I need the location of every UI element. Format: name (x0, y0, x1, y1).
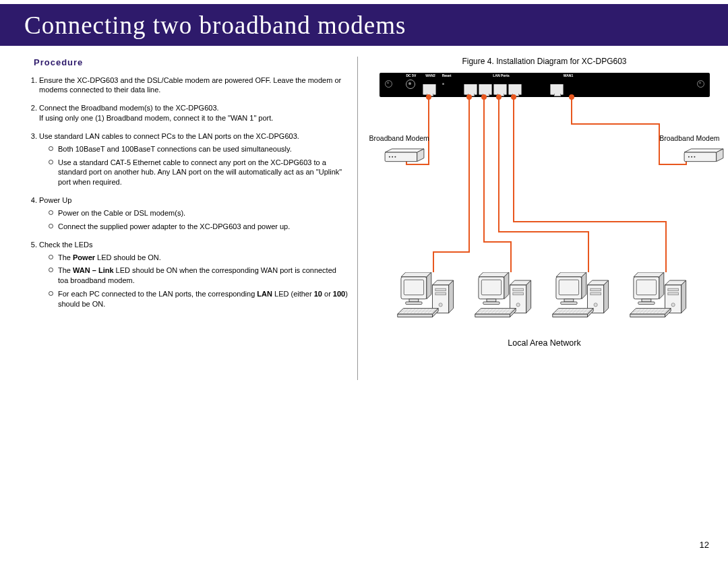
screw-icon (697, 80, 704, 88)
pc-icon (629, 272, 693, 327)
svg-point-10 (392, 156, 393, 158)
step-5-bullet-1: The Power LED should be ON. (49, 253, 348, 263)
step-2: Connect the Broadband modem(s) to the XC… (39, 103, 348, 123)
label-wan1: WAN1 (564, 73, 573, 77)
svg-point-17 (694, 156, 695, 158)
step-4-bullet-1: Power on the Cable or DSL modem(s). (49, 208, 348, 218)
lan-port-icon (479, 84, 492, 95)
step-5: Check the LEDs The Power LED should be O… (39, 240, 348, 309)
figure-column: Figure 4. Installation Diagram for XC-DP… (367, 57, 721, 380)
step-5-text: Check the LEDs (39, 241, 92, 249)
step-3-bullet-1: Both 10BaseT and 100BaseT connections ca… (49, 144, 348, 154)
step-1: Ensure the XC-DPG603 and the DSL/Cable m… (39, 75, 348, 96)
procedure-heading: Procedure (34, 57, 348, 69)
lan-port-icon (464, 84, 477, 95)
modem-right-label: Broadband Modem (659, 134, 719, 142)
label-dc: DC 5V (406, 73, 417, 77)
screw-icon (385, 80, 392, 88)
pc-icon (474, 272, 538, 327)
pc-icon (396, 272, 460, 327)
router-port-labels: DC 5V WAN2 Reset LAN Ports WAN1 (380, 73, 710, 77)
wan1-port-icon (550, 84, 564, 95)
step-4: Power Up Power on the Cable or DSL modem… (39, 195, 348, 232)
svg-point-16 (691, 156, 692, 158)
procedure-list: Ensure the XC-DPG603 and the DSL/Cable m… (24, 75, 348, 309)
page-number: 12 (700, 540, 709, 550)
router-device: DC 5V WAN2 Reset LAN Ports WAN1 (380, 73, 710, 97)
dc-port-icon (406, 80, 415, 89)
lan-label: Local Area Network (369, 338, 720, 348)
page-header: Connecting two broadband modems (0, 0, 728, 46)
step-4-text: Power Up (39, 196, 71, 204)
label-lan: LAN Ports (493, 73, 509, 77)
step-5-bullet-3: For each PC connected to the LAN ports, … (49, 289, 348, 309)
lan-port-icon (508, 84, 522, 95)
svg-point-11 (394, 156, 396, 158)
modem-left-label: Broadband Modem (369, 134, 429, 142)
installation-diagram: DC 5V WAN2 Reset LAN Ports WAN1 (369, 70, 720, 353)
pc-icon (551, 272, 615, 327)
label-reset: Reset (442, 73, 452, 77)
lan-port-icon (493, 84, 507, 95)
figure-title: Figure 4. Installation Diagram for XC-DP… (367, 57, 721, 66)
reset-button-icon (442, 83, 444, 85)
modem-right-icon (681, 148, 727, 165)
svg-point-9 (388, 156, 390, 158)
procedure-column: Procedure Ensure the XC-DPG603 and the D… (24, 57, 348, 380)
modem-left-icon (382, 148, 427, 165)
step-3-text: Use standard LAN cables to connect PCs t… (39, 132, 299, 140)
label-wan2: WAN2 (425, 73, 435, 77)
svg-point-15 (688, 156, 689, 158)
step-1-text: Ensure the XC-DPG603 and the DSL/Cable m… (39, 76, 341, 94)
step-2b-text: If using only one (1) Broadband modem, c… (39, 114, 273, 122)
step-3: Use standard LAN cables to connect PCs t… (39, 131, 348, 187)
column-divider (357, 57, 358, 380)
step-4-bullet-2: Connect the supplied power adapter to th… (49, 222, 348, 232)
step-2a-text: Connect the Broadband modem(s) to the XC… (39, 104, 219, 112)
wan2-port-icon (423, 84, 436, 95)
step-3-bullet-2: Use a standard CAT-5 Ethernet cable to c… (49, 158, 348, 188)
step-5-bullet-2: The WAN – Link LED should be ON when the… (49, 266, 348, 286)
page-title: Connecting two broadband modems (24, 11, 406, 40)
